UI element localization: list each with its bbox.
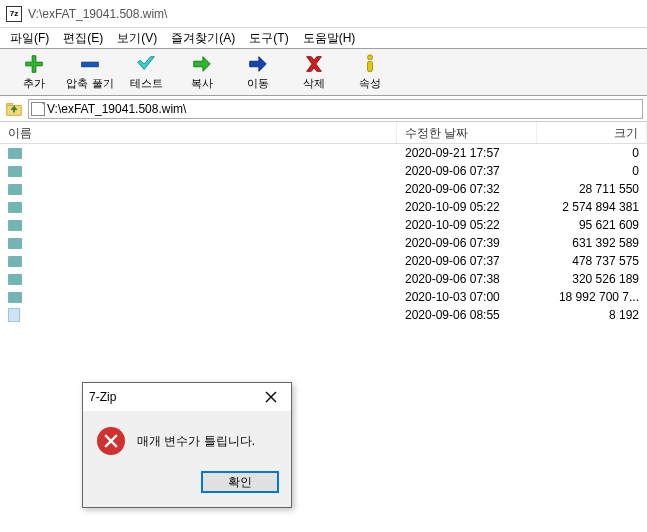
column-size[interactable]: 크기 [537,122,647,143]
dialog-title: 7-Zip [89,390,116,404]
menu-file[interactable]: 파일(F) [4,28,55,49]
window-titlebar: 7z V:\exFAT_19041.508.wim\ [0,0,647,28]
item-size: 28 711 550 [537,182,647,196]
move-label: 이동 [247,76,269,91]
item-date: 2020-09-21 17:57 [397,146,537,160]
test-button[interactable]: 테스트 [118,50,174,94]
item-name-cell [0,148,397,159]
item-date: 2020-10-09 05:22 [397,218,537,232]
list-item[interactable]: 2020-10-03 07:0018 992 700 7... [0,288,647,306]
item-name-cell [0,184,397,195]
menu-edit[interactable]: 편집(E) [57,28,109,49]
list-item[interactable]: 2020-09-06 07:37478 737 575 [0,252,647,270]
test-label: 테스트 [130,76,163,91]
svg-rect-0 [82,62,99,67]
list-item[interactable]: 2020-10-09 05:222 574 894 381 [0,198,647,216]
folder-icon [8,202,22,213]
minus-icon [78,54,102,74]
item-date: 2020-10-09 05:22 [397,200,537,214]
add-button[interactable]: 추가 [6,50,62,94]
item-date: 2020-09-06 07:37 [397,254,537,268]
list-header: 이름 수정한 날짜 크기 [0,122,647,144]
dialog-message: 매개 변수가 틀립니다. [137,433,255,450]
menubar: 파일(F) 편집(E) 보기(V) 즐겨찾기(A) 도구(T) 도움말(H) [0,28,647,48]
list-item[interactable]: 2020-09-06 07:38320 526 189 [0,270,647,288]
item-name-cell [0,166,397,177]
x-icon [302,54,326,74]
svg-point-1 [368,54,373,59]
item-name-cell [0,292,397,303]
dialog-close-button[interactable] [257,387,285,407]
dialog-body: 매개 변수가 틀립니다. [83,411,291,465]
arrow-right-blue-icon [246,54,270,74]
file-icon [8,308,20,322]
item-name-cell [0,308,397,322]
item-size: 8 192 [537,308,647,322]
item-date: 2020-10-03 07:00 [397,290,537,304]
folder-icon [8,292,22,303]
svg-rect-2 [368,61,373,71]
list-item[interactable]: 2020-09-21 17:570 [0,144,647,162]
folder-icon [8,166,22,177]
item-date: 2020-09-06 07:39 [397,236,537,250]
move-button[interactable]: 이동 [230,50,286,94]
error-dialog: 7-Zip 매개 변수가 틀립니다. 확인 [82,382,292,508]
delete-button[interactable]: 삭제 [286,50,342,94]
dialog-titlebar[interactable]: 7-Zip [83,383,291,411]
item-date: 2020-09-06 07:38 [397,272,537,286]
item-size: 2 574 894 381 [537,200,647,214]
menu-favorites[interactable]: 즐겨찾기(A) [165,28,241,49]
dialog-ok-button[interactable]: 확인 [201,471,279,493]
menu-view[interactable]: 보기(V) [111,28,163,49]
add-label: 추가 [23,76,45,91]
item-name-cell [0,274,397,285]
item-size: 95 621 609 [537,218,647,232]
column-modified[interactable]: 수정한 날짜 [397,122,537,143]
item-name-cell [0,238,397,249]
path-input[interactable] [47,102,640,116]
folder-icon [8,220,22,231]
item-size: 0 [537,146,647,160]
toolbar: 추가 압축 풀기 테스트 복사 이동 삭제 속성 [0,48,647,96]
folder-icon [8,238,22,249]
item-date: 2020-09-06 08:55 [397,308,537,322]
window-title: V:\exFAT_19041.508.wim\ [28,7,167,21]
item-size: 18 992 700 7... [537,290,647,304]
folder-icon [8,148,22,159]
item-size: 631 392 589 [537,236,647,250]
folder-icon [8,256,22,267]
list-item[interactable]: 2020-09-06 07:370 [0,162,647,180]
item-date: 2020-09-06 07:37 [397,164,537,178]
item-size: 0 [537,164,647,178]
list-item[interactable]: 2020-10-09 05:2295 621 609 [0,216,647,234]
item-name-cell [0,256,397,267]
item-size: 478 737 575 [537,254,647,268]
document-icon [31,102,45,116]
column-name[interactable]: 이름 [0,122,397,143]
up-folder-button[interactable] [4,99,24,119]
arrow-right-green-icon [190,54,214,74]
info-label: 속성 [359,76,381,91]
info-icon [358,54,382,74]
list-item[interactable]: 2020-09-06 08:558 192 [0,306,647,324]
extract-button[interactable]: 압축 풀기 [62,50,118,94]
menu-help[interactable]: 도움말(H) [297,28,362,49]
list-item[interactable]: 2020-09-06 07:39631 392 589 [0,234,647,252]
path-input-container [28,99,643,119]
extract-label: 압축 풀기 [66,76,113,91]
item-name-cell [0,220,397,231]
item-date: 2020-09-06 07:32 [397,182,537,196]
menu-tools[interactable]: 도구(T) [243,28,294,49]
pathbar [0,96,647,122]
plus-icon [22,54,46,74]
copy-button[interactable]: 복사 [174,50,230,94]
file-list[interactable]: 2020-09-21 17:5702020-09-06 07:3702020-0… [0,144,647,324]
dialog-button-row: 확인 [83,465,291,507]
delete-label: 삭제 [303,76,325,91]
folder-icon [8,184,22,195]
check-icon [134,54,158,74]
item-name-cell [0,202,397,213]
list-item[interactable]: 2020-09-06 07:3228 711 550 [0,180,647,198]
folder-icon [8,274,22,285]
info-button[interactable]: 속성 [342,50,398,94]
